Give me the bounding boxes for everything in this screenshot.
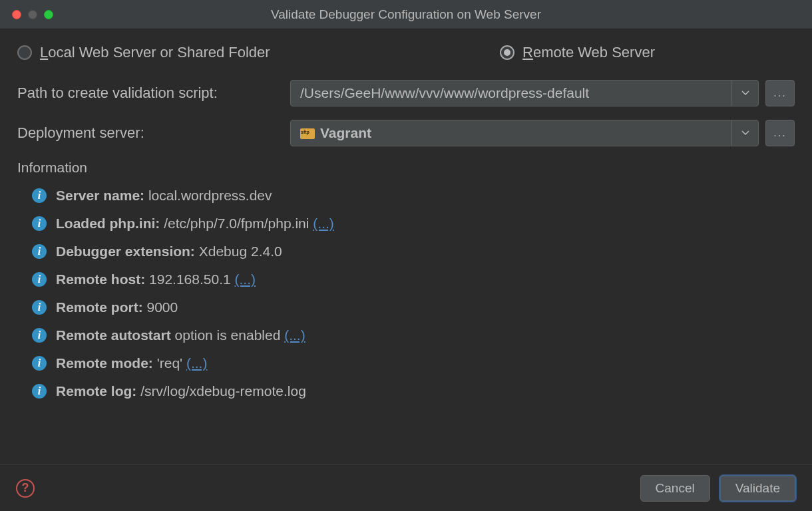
window-title: Validate Debugger Configuration on Web S…: [0, 7, 812, 22]
radio-icon: [500, 45, 514, 60]
radio-local-server[interactable]: Local Web Server or Shared Folder: [17, 44, 270, 61]
radio-icon: [17, 45, 32, 60]
information-header: Information: [17, 160, 795, 176]
deployment-server-select[interactable]: Vagrant: [290, 120, 759, 146]
remote-autostart-link[interactable]: (...): [284, 327, 305, 343]
path-label: Path to create validation script:: [17, 85, 284, 102]
validate-button[interactable]: Validate: [719, 475, 796, 502]
info-icon: i: [32, 356, 47, 371]
titlebar: Validate Debugger Configuration on Web S…: [0, 0, 812, 29]
chevron-down-icon: [741, 90, 749, 96]
path-value: /Users/GeeH/www/vvv/www/wordpress-defaul…: [291, 85, 731, 101]
info-icon: i: [32, 272, 47, 287]
deploy-dropdown-arrow[interactable]: [731, 120, 758, 146]
path-dropdown-arrow[interactable]: [731, 81, 758, 106]
info-icon: i: [32, 216, 47, 231]
help-button[interactable]: ?: [16, 479, 35, 498]
deploy-browse-button[interactable]: ...: [765, 120, 795, 146]
close-window-button[interactable]: [12, 10, 21, 19]
info-debugger-extension: i Debugger extension: Xdebug 2.4.0: [32, 244, 795, 259]
radio-remote-server[interactable]: Remote Web Server: [500, 44, 655, 61]
cancel-button[interactable]: Cancel: [640, 475, 710, 502]
traffic-lights: [0, 10, 53, 19]
info-remote-log: i Remote log: /srv/log/xdebug-remote.log: [32, 383, 795, 399]
info-icon: i: [32, 188, 47, 203]
info-loaded-php-ini: i Loaded php.ini: /etc/php/7.0/fpm/php.i…: [32, 216, 795, 232]
info-icon: i: [32, 328, 47, 343]
path-browse-button[interactable]: ...: [765, 80, 795, 106]
info-remote-port: i Remote port: 9000: [32, 299, 795, 315]
info-icon: i: [32, 244, 47, 259]
info-remote-mode: i Remote mode: 'req' (...): [32, 355, 795, 371]
info-server-name: i Server name: local.wordpress.dev: [32, 188, 795, 204]
remote-host-link[interactable]: (...): [235, 271, 256, 287]
chevron-down-icon: [741, 130, 749, 136]
maximize-window-button[interactable]: [44, 10, 53, 19]
info-icon: i: [32, 300, 47, 315]
info-remote-host: i Remote host: 192.168.50.1 (...): [32, 271, 795, 287]
sftp-icon: [300, 126, 315, 140]
dialog-footer: ? Cancel Validate: [0, 464, 812, 511]
path-input[interactable]: /Users/GeeH/www/vvv/www/wordpress-defaul…: [290, 80, 759, 106]
deploy-label: Deployment server:: [17, 124, 284, 142]
remote-mode-link[interactable]: (...): [186, 355, 208, 371]
info-icon: i: [32, 384, 47, 399]
php-ini-link[interactable]: (...): [313, 216, 334, 231]
deploy-value: Vagrant: [320, 125, 371, 141]
radio-remote-label: Remote Web Server: [522, 44, 655, 61]
radio-local-label: Local Web Server or Shared Folder: [40, 44, 270, 61]
information-list: i Server name: local.wordpress.dev i Loa…: [17, 188, 795, 399]
minimize-window-button[interactable]: [28, 10, 37, 19]
info-remote-autostart: i Remote autostart option is enabled (..…: [32, 327, 795, 343]
